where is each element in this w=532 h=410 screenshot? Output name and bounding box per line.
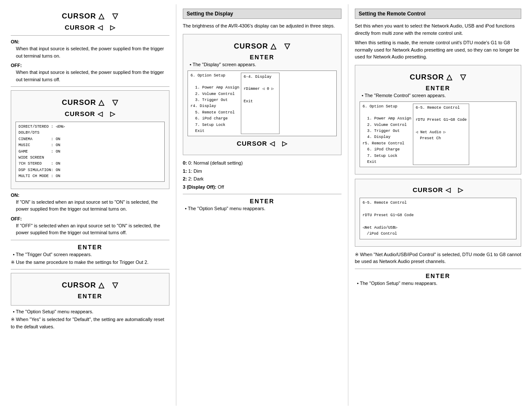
cursor-updown-3: CURSOR △ ▽ <box>15 280 165 290</box>
right-screen-mock2: 6-5. Remote Control rDTU Preset G1~G8 Co… <box>360 198 517 239</box>
note-trigger: Use the same procedure to make the setti… <box>11 259 169 266</box>
note-default: When "Yes" is selected for "Default", th… <box>11 316 169 330</box>
middle-section-desc: The brightness of the AVR-4306's display… <box>183 22 341 30</box>
right-screen-right1: 6-5. Remote Control rDTU Preset G1~G8 Co… <box>413 104 469 165</box>
right-enter-label: ENTER <box>360 85 517 92</box>
right-enter-bullet-2: The "Option Setup" menu reappears. <box>357 281 521 286</box>
right-column: Setting the Remote Control Set this when… <box>348 4 528 406</box>
cursor-updown-1: CURSOR △ ▽ <box>11 11 169 21</box>
middle-column: Setting the Display The brightness of th… <box>176 4 348 406</box>
middle-section-title: Setting the Display <box>183 9 341 19</box>
right-screen-left: 6. Option Setup 1. Power Amp Assign 2. V… <box>363 104 411 165</box>
left-column: CURSOR △ ▽ CURSOR ◁ ▷ ON: When that inpu… <box>4 4 176 406</box>
middle-enter-label-2: ENTER <box>183 198 341 205</box>
middle-screen-right: 6-4. Display rDimmer ◁ 0 ▷ Exit <box>241 73 280 135</box>
enter-bullet-2: The "Option Setup" menu reappears. <box>13 309 169 314</box>
enter-label-1: ENTER <box>11 244 169 251</box>
on-label-2: ON: <box>11 193 169 198</box>
right-enter-bullet: The "Remote Control" screen appears. <box>362 93 517 98</box>
right-section-desc1: Set this when you want to select the Net… <box>355 22 521 37</box>
middle-screen-mock: 6. Option Setup 1. Power Amp Assign 2. V… <box>188 70 337 137</box>
middle-enter-bullet: The "Display" screen appears. <box>190 62 337 67</box>
right-section-title: Setting the Remote Control <box>355 9 521 19</box>
enter-bullet-1: The "Trigger Out" screen reappears. <box>13 252 169 257</box>
screen-sources-content: DIRECT/STEREO : ◁ON▷ DOLBY/DTS CINEMA : … <box>18 124 162 180</box>
right-cursor-lr: CURSOR ◁ ▷ <box>360 186 517 194</box>
right-cursor-updown: CURSOR △ ▽ <box>360 72 517 82</box>
cursor-updown-2: CURSOR △ ▽ <box>15 98 165 107</box>
middle-enter-bullet-2: The "Option Setup" menu reappears. <box>185 206 341 211</box>
right-note-warning: When "Net Audio/USB/iPod Control" is sel… <box>355 251 521 265</box>
cursor-lr-2: CURSOR ◁ ▷ <box>15 110 165 118</box>
right-screen2-content: 6-5. Remote Control rDTU Preset G1~G8 Co… <box>363 200 514 237</box>
cursor-lr-1: CURSOR ◁ ▷ <box>11 24 169 32</box>
off-label-2: OFF: <box>11 216 169 221</box>
on-label-1: ON: <box>11 39 169 44</box>
step-2: 2: 2: Dark <box>183 175 341 183</box>
step-0: 0: 0: Normal (default setting) <box>183 159 341 167</box>
on-text-2: If "ON" is selected when an input source… <box>11 199 169 213</box>
off-label-1: OFF: <box>11 63 169 68</box>
enter-label-2: ENTER <box>15 293 165 300</box>
middle-cursor-lr: CURSOR ◁ ▷ <box>188 140 337 148</box>
step-1: 1: 1: Dim <box>183 168 341 175</box>
right-section-desc2: When this setting is made, the remote co… <box>355 39 521 61</box>
on-text-1: When that input source is selected, the … <box>11 45 169 59</box>
step-3: 3 (Display Off): Off <box>183 184 341 191</box>
page: CURSOR △ ▽ CURSOR ◁ ▷ ON: When that inpu… <box>0 0 532 410</box>
right-screen-mock1: 6. Option Setup 1. Power Amp Assign 2. V… <box>360 101 517 168</box>
middle-cursor-updown: CURSOR △ ▽ <box>188 41 337 51</box>
middle-enter-label: ENTER <box>188 54 337 61</box>
right-enter-label-2: ENTER <box>355 272 521 279</box>
middle-screen-left: 6. Option Setup 1. Power Amp Assign 2. V… <box>191 73 239 135</box>
off-text-2: If "OFF" is selected when an input sourc… <box>11 222 169 236</box>
screen-mock-sources: DIRECT/STEREO : ◁ON▷ DOLBY/DTS CINEMA : … <box>15 122 165 182</box>
off-text-1: When that input source is selected, the … <box>11 69 169 83</box>
